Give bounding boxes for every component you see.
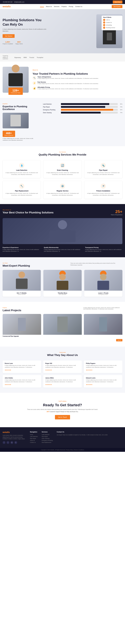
logo-text: wota [3, 5, 8, 8]
bar-fill-4 [61, 112, 101, 114]
nav-projects[interactable]: Projects [61, 6, 67, 8]
testimonial-stars-6: ★★★★★ [86, 384, 120, 386]
why-feature-desc-2: In liquis adipiscing eros sit amet, vive… [44, 249, 81, 252]
expertise-image [3, 113, 29, 128]
project-title-1: Commercial Pipe Upgrade [3, 336, 41, 337]
regular-service-icon: ⚙️ [60, 184, 65, 189]
team-grid: Eric T. Shields Senior Plumber Timothy B… [3, 270, 122, 297]
testimonial-text-2: In liquis adipiscing eros sit amet, vive… [45, 365, 80, 368]
nav-services[interactable]: Services [54, 6, 59, 8]
service-title-1: Leak Detection [5, 169, 38, 171]
testimonials-label: Testimonials [3, 352, 122, 353]
social-linkedin[interactable]: li [14, 441, 17, 444]
testimonial-text-6: In liquis adipiscing eros sit amet, vive… [86, 379, 120, 383]
about-image: 128+ Professional Team [3, 67, 29, 93]
how-step-4-label: Plumbing Service [106, 27, 115, 28]
feature-text-2: Fast Service In liquis adipiscing eros s… [38, 81, 98, 84]
about-feature-2: ⚡ Fast Service In liquis adipiscing eros… [33, 81, 98, 85]
footer-contact-info: Our Expert Team Are Available to Speak t… [57, 434, 107, 436]
footer-service-link-1[interactable]: Leak Detection [42, 434, 53, 435]
project-card-3 [84, 314, 122, 337]
expertise-title: Expertise in Plumbing Excellence [3, 105, 39, 111]
see-all-button[interactable]: See All [116, 339, 122, 342]
why-choose-section: Why Choose Us Your Best Choice for Plumb… [0, 204, 125, 257]
how-step-2-num: 02 [103, 22, 105, 24]
how-it-works-card: How It Works 01 Call Us 02 Contact Us 03… [101, 16, 122, 30]
feature-title-2: Fast Service [38, 81, 98, 83]
why-feature-desc-3: In liquis adipiscing eros sit amet, vive… [85, 249, 122, 252]
team-role-3: Emergency Expert [86, 294, 121, 295]
social-instagram[interactable]: in [11, 441, 13, 444]
about-label: About Us [33, 69, 98, 71]
cta-title: Ready To Get Started? [3, 403, 122, 407]
social-facebook[interactable]: f [3, 441, 6, 444]
team-member-2: Timothy Beus Pipe Specialist [43, 270, 81, 297]
footer-logo: wotafix [3, 431, 26, 434]
how-step-3-num: 03 [103, 24, 105, 26]
nav-pricing[interactable]: Pricing [69, 6, 73, 8]
expertise-left: Expertise Expertise in Plumbing Excellen… [3, 103, 39, 141]
service-title-3: Pipe Repair [87, 169, 120, 171]
hero-cta-button[interactable]: Get Started [3, 34, 15, 38]
bar-emergency: Emergency Plumbing 92% [43, 109, 122, 111]
footer-services-title: Services [42, 431, 53, 433]
nav-contact[interactable]: Contact Us [75, 6, 82, 8]
quote-button[interactable]: Get A Quote [112, 5, 122, 8]
testimonial-4: John Dobbs In liquis adipiscing eros sit… [3, 375, 41, 388]
footer-copyright: Copyright © 2024 Wotafix. All Rights Res… [41, 449, 84, 450]
testimonial-stars-3: ★★★★★ [86, 369, 120, 371]
team-title-block: Our Team Meet Expert Plumbing [3, 262, 30, 267]
why-label: Why Choose Us [3, 209, 54, 210]
footer-nav-link-5[interactable]: Contact Us [30, 442, 38, 443]
service-desc-4: In liquis adipiscing eros sit amet, vive… [5, 192, 38, 196]
bar-label-4: Drain Cleaning [43, 112, 60, 114]
social-twitter[interactable]: t [7, 441, 9, 444]
why-feature-desc-1: In liquis adipiscing eros sit amet, vive… [3, 249, 40, 252]
footer-nav-link-3[interactable]: Pipe Repair [30, 438, 38, 439]
leak-detection-icon: 💧 [19, 163, 24, 168]
cta-text: There are some select clients who believ… [3, 409, 122, 410]
service-card-6: 🚿 Fixture Installation In liquis adipisc… [84, 181, 122, 199]
nav-about[interactable]: About Us [46, 6, 52, 8]
footer-service-link-5[interactable]: Pipe Replacement [42, 442, 53, 443]
testimonial-text-3: In liquis adipiscing eros sit amet, vive… [86, 365, 120, 368]
topbar: +92 800 844 222 info@wotafix.com Book No… [0, 0, 125, 4]
about-section: 128+ Professional Team About Us Your Tru… [0, 62, 125, 98]
hero-stat-projects-num: 1,200+ [3, 40, 13, 43]
service-title-4: Pipe Replacement [5, 190, 38, 192]
team-title: Meet Expert Plumbing [3, 264, 30, 267]
logo: wotafix [3, 5, 11, 8]
topbar-email[interactable]: info@wotafix.com [14, 1, 24, 3]
footer-service-link-3[interactable]: Drain Cleaning [42, 438, 53, 439]
service-title-2: Drain Cleaning [46, 169, 79, 171]
nav-home[interactable]: Home [40, 6, 44, 8]
project-card-2 [43, 314, 82, 337]
topbar-phone[interactable]: +92 800 844 222 [3, 1, 12, 3]
trusted-label: Trusted by millions of customers. [3, 55, 11, 60]
why-years-block: 25+ Years of Experience [111, 209, 122, 216]
footer-nav-link-4[interactable]: About Us [30, 440, 38, 441]
why-feature-1: Expertise & Experience In liquis adipisc… [3, 247, 40, 252]
expertise-stat-num: 468+ [6, 132, 12, 135]
about-features: 🔧 Years of Experience In liquis adipisci… [33, 76, 98, 90]
footer-service-link-4[interactable]: Emergency Plumbing [42, 440, 53, 441]
hero-description: In liquis adipiscing eros sit amet, vive… [3, 28, 47, 32]
team-info-1: Eric T. Shields Senior Plumber [3, 291, 41, 297]
expertise-bars: Leak Detection 85% Pipe Repair 78% Emerg… [43, 103, 122, 114]
bar-fill-3 [61, 109, 113, 111]
testimonials-title: What They Say About Us [3, 354, 122, 356]
footer-nav-link-1[interactable]: Home [30, 434, 38, 435]
trust-logo-3: Trustst [29, 57, 34, 58]
feature-title-3: Affordable Pricing [38, 86, 98, 88]
why-header: Why Choose Us Your Best Choice for Plumb… [3, 209, 122, 216]
service-card-1: 💧 Leak Detection In liquis adipiscing er… [3, 160, 41, 178]
logo-accent: fix [8, 5, 11, 8]
about-feature-3: 💰 Affordable Pricing In liquis adipiscin… [33, 86, 98, 90]
why-title-block: Why Choose Us Your Best Choice for Plumb… [3, 209, 54, 214]
expertise-stat-label: Modern Equipment [5, 135, 13, 136]
topbar-cta-button[interactable]: Book Now [113, 0, 122, 4]
cta-button[interactable]: Get In Touch [55, 415, 70, 420]
footer-service-link-2[interactable]: Pipe Repair [42, 436, 53, 437]
footer-nav-link-2[interactable]: Leak Detection [30, 436, 38, 437]
why-image-inner [3, 218, 122, 244]
